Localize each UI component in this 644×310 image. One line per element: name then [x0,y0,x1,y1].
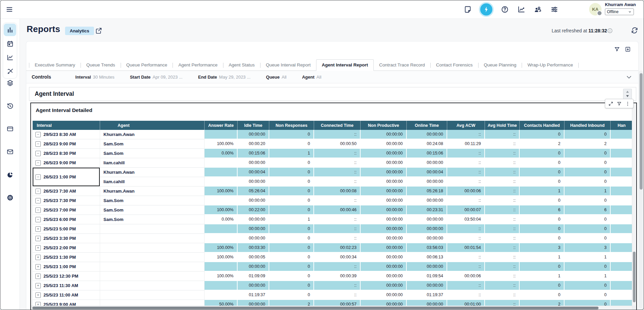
column-header-avg-hold-time[interactable]: Avg Hold Time [485,121,520,130]
sidebar-item-history[interactable] [4,100,16,112]
metric-cell[interactable]: :: [485,168,520,177]
metric-cell[interactable]: 1 [520,253,564,262]
metric-cell[interactable]: 2 [564,139,611,149]
metric-cell[interactable]: 0 [564,158,611,168]
tab-queue-performance[interactable]: Queue Performance [121,60,173,71]
avatar[interactable]: KA [589,3,602,16]
interval-cell[interactable]: +25/5/23 1:00 PM [33,262,100,272]
agent-cell[interactable]: Sam.Som [100,205,205,215]
agent-cell[interactable]: Khurram.Awan [100,187,205,196]
metric-cell[interactable] [611,272,632,281]
metric-cell[interactable]: 00:00:00 [238,196,269,205]
metric-cell[interactable]: :: [485,187,520,196]
interval-cell[interactable]: +25/5/23 2:00 PM [33,243,100,253]
metric-cell[interactable]: 00:00:00 [238,224,269,234]
metric-cell[interactable]: 00:00:00 [361,168,407,177]
collapse-icon[interactable]: − [35,189,41,194]
metric-cell[interactable]: 50.00% [205,300,238,306]
metric-cell[interactable]: 00:00:00 [238,262,269,272]
metric-cell[interactable]: 0 [564,149,611,158]
metric-cell[interactable]: :: [447,290,485,300]
metric-cell[interactable]: 0 [269,139,314,149]
interval-cell[interactable]: +25/5/23 9:00 AM [33,300,100,306]
metric-cell[interactable] [205,262,238,272]
column-header-connected-time[interactable]: Connected Time [314,121,361,130]
metric-cell[interactable]: 00:00:00 [361,290,407,300]
metric-cell[interactable]: :: [447,158,485,168]
metric-cell[interactable] [611,187,632,196]
metric-cell[interactable]: 00:00:00 [361,196,407,205]
metric-cell[interactable]: 0 [564,234,611,243]
metric-cell[interactable]: 100.00% [205,253,238,262]
sidebar-item-mail[interactable] [4,145,16,158]
metric-cell[interactable]: 00:00:00 [407,196,447,205]
sidebar-item-layers[interactable] [4,77,16,89]
interval-cell[interactable]: −25/5/23 7:30 PM [33,196,100,205]
metric-cell[interactable]: 00:01:00 [447,300,485,306]
metric-cell[interactable] [611,224,632,234]
metric-cell[interactable]: 100.00% [205,139,238,149]
tab-wrap-up-performance[interactable]: Wrap-Up Performance [522,60,578,71]
agent-cell[interactable] [100,243,205,253]
metric-cell[interactable]: 0 [564,168,611,177]
agent-cell[interactable]: Khurram.Awan [100,168,205,177]
interval-cell[interactable]: −25/5/23 7:00 PM [33,205,100,215]
agent-cell[interactable] [100,224,205,234]
agent-cell[interactable]: Sam.Som [100,149,205,158]
metric-cell[interactable]: 0 [269,196,314,205]
metric-cell[interactable]: :: [314,158,361,168]
metric-cell[interactable]: :: [447,253,485,262]
metric-cell[interactable]: :: [485,234,520,243]
controls-collapse-chevron-icon[interactable] [626,74,632,80]
sidebar-item-line-chart[interactable] [4,51,16,64]
sidebar-item-calendar[interactable] [4,37,16,50]
panel-horizontal-scrollbar[interactable] [31,306,632,310]
filter-interval[interactable]: Interval30 Minutes [75,75,115,80]
metric-cell[interactable]: :: [485,196,520,205]
metric-cell[interactable] [205,177,238,187]
horizontal-scroll-thumb[interactable] [32,307,599,309]
metric-cell[interactable]: 00:03:30 [238,243,269,253]
metric-cell[interactable]: 0 [520,130,564,139]
metric-cell[interactable]: 00:00:00 [238,177,269,187]
metric-cell[interactable]: 1 [520,187,564,196]
metric-cell[interactable]: :: [485,253,520,262]
expand-row-icon[interactable]: + [35,274,41,279]
metric-cell[interactable]: 1 [564,187,611,196]
metric-cell[interactable]: 0 [520,168,564,177]
metric-cell[interactable]: 100.00% [205,187,238,196]
metric-cell[interactable]: 0 [269,224,314,234]
metric-cell[interactable]: 0 [269,253,314,262]
metric-cell[interactable] [205,168,238,177]
metric-cell[interactable] [205,290,238,300]
column-header-han[interactable]: Han [611,121,632,130]
collapse-icon[interactable]: − [35,141,41,147]
agent-cell[interactable] [100,281,205,290]
agent-cell[interactable]: Sam.Som [100,215,205,224]
metric-cell[interactable]: :: [485,281,520,290]
interval-cell[interactable]: −25/5/23 6:00 PM [33,215,100,224]
metric-cell[interactable]: 2 [520,139,564,149]
metric-cell[interactable]: 00:00:08 [314,187,361,196]
metric-cell[interactable]: 00:00:00 [361,205,407,215]
tab-queue-interval-report[interactable]: Queue Interval Report [260,60,316,71]
menu-icon[interactable] [6,6,13,13]
agent-cell[interactable] [100,290,205,300]
metric-cell[interactable]: 00:00:00 [407,281,447,290]
metric-cell[interactable]: 0 [269,205,314,215]
interval-cell[interactable]: −26/5/23 1:00 PM [33,168,100,187]
metric-cell[interactable]: :: [447,281,485,290]
metric-cell[interactable]: :: [485,300,520,306]
collapse-icon[interactable]: − [35,132,41,137]
page-scrollbar[interactable] [639,71,643,309]
metric-cell[interactable]: 0 [564,224,611,234]
sidebar-item-settings[interactable] [4,191,16,204]
sliders-icon[interactable] [550,5,558,13]
expand-row-icon[interactable]: + [35,264,41,270]
agent-cell[interactable] [100,253,205,262]
column-header-agent[interactable]: Agent [100,121,205,130]
metric-cell[interactable]: 0 [564,281,611,290]
metric-cell[interactable]: 01:19:37 [407,290,447,300]
interval-cell[interactable]: −26/5/23 9:00 PM [33,158,100,168]
metric-cell[interactable]: 00:00:50 [314,139,361,149]
